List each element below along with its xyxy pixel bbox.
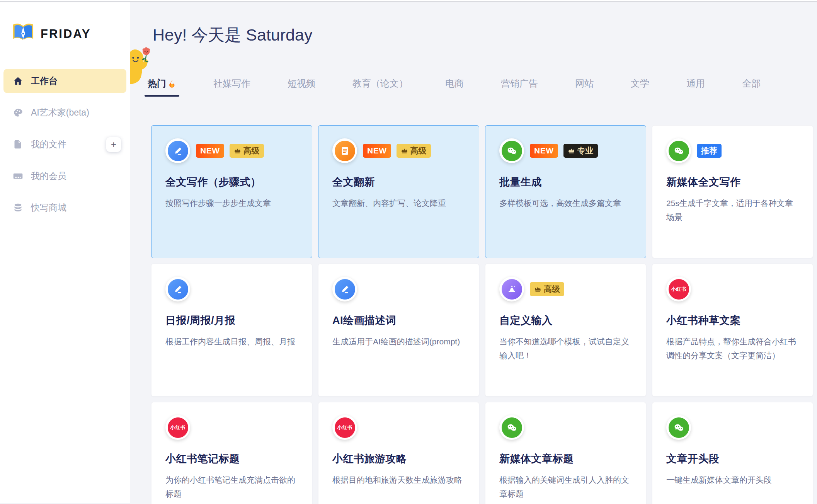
card-title: 自定义输入 bbox=[499, 313, 632, 327]
sidebar-item-file[interactable]: 我的文件 + bbox=[3, 132, 126, 157]
card-description: 按照写作步骤一步步生成文章 bbox=[165, 196, 298, 210]
card-description: 一键生成新媒体文章的开头段 bbox=[666, 473, 799, 487]
badge-new: NEW bbox=[363, 144, 391, 157]
fire-icon bbox=[168, 79, 176, 88]
main-content: Hey! 今天是 Saturday 热门 社媒写作 短视频 教育（论文） 电商 … bbox=[130, 2, 817, 503]
sidebar-nav: 工作台 AI艺术家(beta) 我的文件 + 我的会员 快写商城 bbox=[0, 69, 130, 220]
card-description: 多样模板可选，高效生成多篇文章 bbox=[499, 196, 632, 210]
card-title: 全文写作（步骤式） bbox=[165, 175, 298, 189]
tab-教育（论文）[interactable]: 教育（论文） bbox=[352, 77, 409, 96]
tab-热门[interactable]: 热门 bbox=[147, 77, 177, 96]
app-window: FRIDAY 工作台 AI艺术家(beta) 我的文件 + 我的会员 快写商城 bbox=[0, 2, 817, 503]
card-description: 当你不知道选哪个模板，试试自定义输入吧！ bbox=[499, 335, 632, 363]
template-card-小红书旅游攻略[interactable]: 小红书 小红书旅游攻略 根据目的地和旅游天数生成旅游攻略 bbox=[318, 402, 479, 504]
pen-icon bbox=[168, 141, 188, 161]
badge-pro: 专业 bbox=[563, 144, 598, 157]
card-description: 根据输入的关键词生成引人入胜的文章标题 bbox=[499, 473, 632, 501]
add-file-button[interactable]: + bbox=[106, 137, 121, 152]
template-card-小红书笔记标题[interactable]: 小红书 小红书笔记标题 为你的小红书笔记生成充满点击欲的标题 bbox=[151, 402, 312, 504]
tab-营销广告[interactable]: 营销广告 bbox=[500, 77, 539, 96]
xiaohongshu-icon: 小红书 bbox=[335, 417, 355, 438]
card-title: 小红书种草文案 bbox=[666, 313, 799, 327]
template-card-文章开头段[interactable]: 文章开头段 一键生成新媒体文章的开头段 bbox=[652, 402, 813, 504]
card-icon-halo bbox=[165, 138, 190, 163]
template-grid: NEW高级 全文写作（步骤式） 按照写作步骤一步步生成文章 NEW高级 全文翻新… bbox=[151, 125, 817, 504]
tab-label: 通用 bbox=[686, 77, 705, 90]
pen-icon bbox=[168, 279, 188, 300]
tab-label: 电商 bbox=[445, 77, 464, 90]
template-card-批量生成[interactable]: NEW专业 批量生成 多样模板可选，高效生成多篇文章 bbox=[485, 125, 646, 258]
template-card-日报/周报/月报[interactable]: 日报/周报/月报 根据工作内容生成日报、周报、月报 bbox=[151, 264, 312, 397]
card-title: 小红书旅游攻略 bbox=[332, 452, 465, 466]
sidebar-item-label: 工作台 bbox=[31, 75, 58, 87]
sidebar-item-store-stack[interactable]: 快写商城 bbox=[3, 196, 126, 220]
sidebar-item-label: AI艺术家(beta) bbox=[31, 107, 89, 119]
book-pen-logo-icon bbox=[11, 22, 36, 46]
badge-new: NEW bbox=[530, 144, 558, 157]
template-card-新媒体文章标题[interactable]: 新媒体文章标题 根据输入的关键词生成引人入胜的文章标题 bbox=[485, 402, 646, 504]
card-title: 文章开头段 bbox=[666, 452, 799, 466]
wechat-icon bbox=[502, 141, 522, 161]
card-title: 批量生成 bbox=[499, 175, 632, 189]
membership-card-icon bbox=[13, 171, 23, 181]
category-tabs: 热门 社媒写作 短视频 教育（论文） 电商 营销广告 网站 文学 通用 全部 bbox=[147, 77, 817, 96]
palette-icon bbox=[13, 107, 23, 118]
card-icon-halo bbox=[332, 138, 357, 163]
sidebar-item-palette[interactable]: AI艺术家(beta) bbox=[3, 100, 126, 125]
tab-文学[interactable]: 文学 bbox=[630, 77, 650, 96]
card-icon-halo bbox=[499, 277, 524, 301]
doc-icon bbox=[335, 141, 355, 161]
brand-name: FRIDAY bbox=[41, 27, 91, 41]
card-title: 新媒体文章标题 bbox=[499, 452, 632, 466]
tab-label: 网站 bbox=[575, 77, 594, 90]
tab-网站[interactable]: 网站 bbox=[574, 77, 594, 96]
sidebar-item-membership-card[interactable]: 我的会员 bbox=[3, 164, 126, 188]
card-description: 生成适用于AI绘画的描述词(prompt) bbox=[332, 335, 465, 349]
home-icon bbox=[13, 76, 23, 86]
tab-社媒写作[interactable]: 社媒写作 bbox=[213, 77, 251, 96]
card-title: 小红书笔记标题 bbox=[165, 452, 298, 466]
file-icon bbox=[13, 139, 23, 150]
card-icon-halo: 小红书 bbox=[332, 415, 357, 440]
sidebar-item-label: 快写商城 bbox=[31, 202, 66, 214]
template-card-新媒体全文写作[interactable]: 推荐 新媒体全文写作 25s生成千字文章，适用于各种文章场景 bbox=[652, 125, 813, 258]
xiaohongshu-icon: 小红书 bbox=[669, 279, 689, 300]
tab-电商[interactable]: 电商 bbox=[444, 77, 465, 96]
tab-全部[interactable]: 全部 bbox=[741, 77, 761, 96]
card-icon-halo bbox=[499, 415, 524, 440]
template-card-全文翻新[interactable]: NEW高级 全文翻新 文章翻新、内容扩写、论文降重 bbox=[318, 125, 479, 258]
wechat-icon bbox=[502, 417, 522, 438]
magic-hat-icon bbox=[502, 279, 522, 300]
template-card-AI绘画描述词[interactable]: AI绘画描述词 生成适用于AI绘画的描述词(prompt) bbox=[318, 264, 479, 397]
template-card-自定义输入[interactable]: 高级 自定义输入 当你不知道选哪个模板，试试自定义输入吧！ bbox=[485, 264, 646, 397]
sidebar-item-home[interactable]: 工作台 bbox=[3, 69, 126, 93]
template-card-小红书种草文案[interactable]: 小红书 小红书种草文案 根据产品特点，帮你生成符合小红书调性的分享文案（文字更简… bbox=[652, 264, 813, 397]
card-icon-halo bbox=[499, 138, 524, 163]
template-card-全文写作（步骤式）[interactable]: NEW高级 全文写作（步骤式） 按照写作步骤一步步生成文章 bbox=[151, 125, 312, 258]
card-badges: NEW高级 bbox=[363, 144, 431, 157]
tab-短视频[interactable]: 短视频 bbox=[287, 77, 316, 96]
tab-label: 短视频 bbox=[288, 77, 315, 90]
store-stack-icon bbox=[13, 203, 23, 213]
card-icon-halo: 小红书 bbox=[165, 415, 190, 440]
badge-new: NEW bbox=[196, 144, 224, 157]
tab-通用[interactable]: 通用 bbox=[686, 77, 706, 96]
wechat-icon bbox=[669, 417, 689, 438]
page-title: Hey! 今天是 Saturday bbox=[153, 24, 817, 46]
card-icon-halo: 小红书 bbox=[666, 277, 691, 301]
card-icon-halo bbox=[666, 138, 691, 163]
card-description: 为你的小红书笔记生成充满点击欲的标题 bbox=[165, 473, 298, 501]
badge-premium: 高级 bbox=[530, 282, 564, 296]
tab-label: 全部 bbox=[742, 77, 761, 90]
brand-logo[interactable]: FRIDAY bbox=[11, 22, 130, 46]
card-badges: 高级 bbox=[530, 282, 564, 296]
badge-premium: 高级 bbox=[397, 144, 431, 157]
card-description: 文章翻新、内容扩写、论文降重 bbox=[332, 196, 465, 210]
card-icon-halo bbox=[666, 415, 691, 440]
tab-label: 营销广告 bbox=[501, 77, 538, 90]
badge-premium: 高级 bbox=[230, 144, 264, 157]
card-title: AI绘画描述词 bbox=[332, 313, 465, 327]
card-description: 25s生成千字文章，适用于各种文章场景 bbox=[666, 196, 799, 224]
card-description: 根据工作内容生成日报、周报、月报 bbox=[165, 335, 298, 349]
tab-label: 教育（论文） bbox=[352, 77, 408, 90]
